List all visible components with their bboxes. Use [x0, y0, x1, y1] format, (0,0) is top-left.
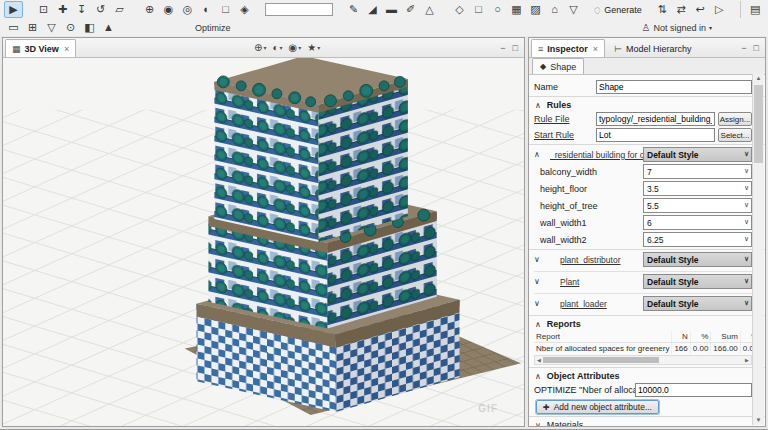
move-tool-icon[interactable]: ✚: [53, 1, 72, 18]
lock-view-tool-icon[interactable]: ◈: [235, 1, 254, 18]
rule-group-link[interactable]: _residential building for optim: [550, 150, 643, 160]
inspector-tab-label: Inspector: [547, 44, 588, 54]
style-dropdown[interactable]: Default Style∨: [643, 252, 752, 267]
subgroup-link[interactable]: plant_loader: [550, 299, 643, 309]
start-rule-input[interactable]: [596, 128, 715, 142]
maximize-button[interactable]: □: [513, 43, 518, 53]
select-street-tool-icon[interactable]: ◢: [363, 1, 382, 18]
draw-street-tool-icon[interactable]: ✎: [344, 1, 363, 18]
attribute-value-dropdown[interactable]: 6.25∨: [643, 232, 752, 247]
maximize-button[interactable]: □: [754, 43, 759, 53]
rotate-view-tool-icon[interactable]: ◉: [159, 1, 178, 18]
scroll-right-icon[interactable]: ▶: [743, 357, 751, 363]
tab-model-hierarchy[interactable]: ⊢ Model Hierarchy: [607, 39, 698, 57]
minimize-button[interactable]: −: [741, 43, 746, 53]
frame-view-tool-icon[interactable]: □: [216, 1, 235, 18]
push-down-tool-icon[interactable]: ↧: [72, 1, 91, 18]
reports-horizontal-scrollbar[interactable]: ◀ ▶: [534, 355, 752, 365]
bookmarks-menu[interactable]: ★▾: [307, 42, 320, 53]
tab-inspector[interactable]: ≡ Inspector ×: [531, 39, 605, 57]
marquee-select-tool-icon[interactable]: ⊡: [34, 1, 53, 18]
minimize-button[interactable]: −: [500, 43, 505, 53]
edit-street-tool-icon[interactable]: ✐: [401, 1, 420, 18]
rule-file-link[interactable]: Rule File: [534, 114, 596, 124]
circle-tool-icon[interactable]: ○: [488, 1, 507, 18]
measure-tool-icon[interactable]: ▭: [4, 19, 23, 36]
globe-view-tool-icon[interactable]: ◐: [197, 1, 216, 18]
pan-view-tool-icon[interactable]: ⊕: [140, 1, 159, 18]
scroll-down-icon[interactable]: ▼: [756, 416, 762, 425]
scale-tool-icon[interactable]: ▱: [110, 1, 129, 18]
rule-group-header[interactable]: ∧ _residential building for optim Defaul…: [534, 147, 752, 162]
style-dropdown[interactable]: Default Style∨: [643, 296, 752, 311]
style-dropdown[interactable]: Default Style ∨: [643, 147, 752, 162]
toolbar-search-input[interactable]: [265, 3, 333, 16]
reset-model-tool-icon[interactable]: ↩: [691, 1, 710, 18]
attribute-value-dropdown[interactable]: 3.5∨: [643, 181, 752, 196]
play-tool-icon[interactable]: ▷: [710, 1, 729, 18]
attribute-label: height_floor: [534, 184, 643, 194]
3d-canvas[interactable]: GIF: [3, 58, 524, 426]
select-button[interactable]: Select...: [718, 128, 752, 142]
style-dropdown[interactable]: Default Style∨: [643, 274, 752, 289]
inspector-vertical-scrollbar[interactable]: ▲ ▼: [752, 74, 764, 425]
attribute-value-dropdown[interactable]: 6∨: [643, 215, 752, 230]
align-terrain-tool-icon[interactable]: △: [420, 1, 439, 18]
object-attributes-section-header[interactable]: ∧ Object Attributes: [535, 371, 752, 381]
navigation-menu[interactable]: ⊕▾: [254, 42, 266, 53]
scroll-thumb[interactable]: [754, 85, 763, 163]
swap-model-tool-icon[interactable]: ⇄: [672, 1, 691, 18]
tab-shape[interactable]: ◆ Shape: [532, 58, 584, 74]
align-shapes-tool-icon[interactable]: ⇅: [653, 1, 672, 18]
polygon-tool-icon[interactable]: ◇: [450, 1, 469, 18]
measure-street-tool-icon[interactable]: ▬: [382, 1, 401, 18]
divider: [529, 144, 765, 145]
camera-menu[interactable]: ◉▾: [289, 42, 302, 53]
scroll-thumb[interactable]: [543, 357, 659, 363]
texture-tool-icon[interactable]: ▦: [507, 1, 526, 18]
roof-up-tool-icon[interactable]: ⌂: [545, 1, 564, 18]
expand-icon[interactable]: ∨: [534, 277, 550, 286]
paint-tool-icon[interactable]: ▨: [526, 1, 545, 18]
tab-3d-view[interactable]: ▦ 3D View ×: [5, 39, 76, 57]
generate-button[interactable]: ◌Generate: [594, 3, 642, 17]
signin-menu[interactable]: ♙ Not signed in ▾: [641, 22, 712, 33]
orbit-view-tool-icon[interactable]: ◎: [178, 1, 197, 18]
materials-section-header[interactable]: ∨ Materials: [535, 420, 752, 426]
subgroup-link[interactable]: Plant: [550, 277, 643, 287]
subgroup-link[interactable]: plant_distributor: [550, 255, 643, 265]
divider: [529, 96, 765, 97]
close-icon[interactable]: ×: [593, 44, 598, 54]
reports-section-header[interactable]: ∧ Reports: [535, 319, 752, 329]
reports-header-label: Reports: [547, 319, 581, 329]
start-rule-link[interactable]: Start Rule: [534, 130, 596, 140]
select-tool-icon[interactable]: ▶: [4, 1, 23, 18]
expand-icon[interactable]: ∨: [534, 255, 550, 264]
3d-scene: [3, 58, 524, 426]
report-column-header: %: [690, 331, 711, 343]
assign-button[interactable]: Assign...: [718, 112, 752, 126]
layout-icon-icon[interactable]: ▤: [746, 1, 765, 18]
render-settings-menu[interactable]: ◐▾: [273, 42, 283, 53]
rules-section-header[interactable]: ∧ Rules: [535, 100, 752, 110]
terrain-settings-tool-icon[interactable]: ▲: [99, 19, 118, 36]
compass-tool-icon[interactable]: ⊙: [61, 19, 80, 36]
scroll-up-icon[interactable]: ▲: [756, 74, 762, 83]
print-tool-icon[interactable]: ⊞: [23, 19, 42, 36]
rule-file-input[interactable]: [596, 112, 715, 126]
view-cone-tool-icon[interactable]: ▽: [42, 19, 61, 36]
add-object-attribute-button[interactable]: ✚ Add new object attribute...: [536, 400, 659, 414]
lod-tool-icon[interactable]: ◧: [80, 19, 99, 36]
rotate-tool-icon[interactable]: ↺: [91, 1, 110, 18]
report-row[interactable]: Nber of allocated spaces for greenery166…: [534, 343, 760, 355]
name-input[interactable]: [596, 80, 752, 94]
optimize-attribute-input[interactable]: [635, 383, 752, 397]
expand-icon[interactable]: ∨: [534, 299, 550, 308]
attribute-value-dropdown[interactable]: 7∨: [643, 164, 752, 179]
close-icon[interactable]: ×: [64, 44, 69, 54]
scroll-left-icon[interactable]: ◀: [535, 357, 543, 363]
3d-view-panel: ▦ 3D View × ⊕▾◐▾◉▾★▾ − □: [2, 37, 525, 427]
attribute-value-dropdown[interactable]: 5.5∨: [643, 198, 752, 213]
rectangle-tool-icon[interactable]: □: [469, 1, 488, 18]
roof-flat-tool-icon[interactable]: ▽: [564, 1, 583, 18]
